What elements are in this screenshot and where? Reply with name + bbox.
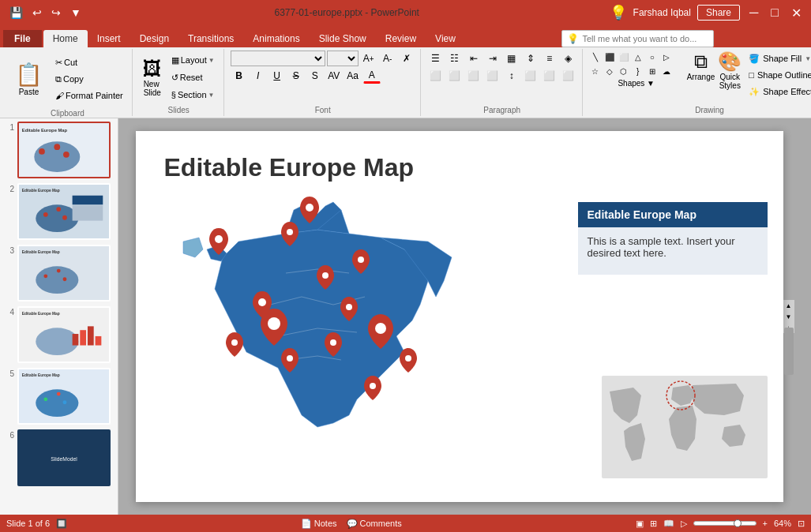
- cut-button[interactable]: ✂ Cut: [51, 54, 127, 70]
- align-center-button[interactable]: ⬜: [446, 68, 464, 84]
- tab-home[interactable]: Home: [43, 30, 88, 47]
- tab-design[interactable]: Design: [130, 30, 178, 47]
- undo-button[interactable]: ↩: [29, 5, 45, 21]
- slide-thumb-3[interactable]: 3 Editable Europe Map: [3, 245, 115, 302]
- shape-item[interactable]: ☆: [589, 65, 602, 77]
- scroll-thumb[interactable]: [784, 328, 794, 375]
- bold-button[interactable]: B: [231, 68, 248, 84]
- change-case-button[interactable]: Aa: [344, 68, 362, 84]
- shape-item[interactable]: ⬜: [618, 51, 630, 63]
- arrange-button[interactable]: ⧉ Arrange: [687, 51, 715, 81]
- shape-item[interactable]: ☁: [660, 65, 673, 77]
- tab-slideshow[interactable]: Slide Show: [310, 30, 376, 47]
- align-left-button[interactable]: ⬜: [427, 68, 445, 84]
- decrease-indent-button[interactable]: ⇤: [465, 51, 482, 66]
- copy-button[interactable]: ⧉ Copy: [51, 71, 127, 87]
- slide-thumb-2[interactable]: 2 Editable Europe Map: [3, 183, 115, 240]
- align-right-button[interactable]: ⬜: [465, 68, 482, 84]
- slide-image-1[interactable]: Editable Europe Map: [17, 122, 111, 178]
- slide-thumb-4[interactable]: 4 Editable Europe Map: [3, 306, 115, 363]
- slide-image-4[interactable]: Editable Europe Map: [17, 306, 111, 363]
- tell-me-search[interactable]: 💡: [561, 30, 714, 47]
- vertical-scrollbar[interactable]: ▲ ▼ ↓: [783, 300, 794, 333]
- fit-window-button[interactable]: ⊡: [798, 519, 805, 529]
- shape-item[interactable]: ⊞: [646, 65, 659, 77]
- reset-button[interactable]: ↺ Reset: [167, 69, 219, 85]
- numbering-button[interactable]: ☷: [446, 51, 464, 66]
- minimize-button[interactable]: ─: [746, 4, 761, 21]
- format-painter-button[interactable]: 🖌 Format Painter: [51, 88, 127, 103]
- redo-button[interactable]: ↪: [48, 5, 64, 21]
- shape-fill-button[interactable]: 🪣 Shape Fill ▼: [745, 51, 811, 66]
- columns2-button[interactable]: ⬜: [522, 68, 539, 84]
- close-button[interactable]: ✕: [788, 4, 805, 22]
- paste-button[interactable]: 📋 Paste: [8, 51, 50, 107]
- comments-button[interactable]: 💬 Comments: [347, 519, 402, 529]
- text-direction-button[interactable]: ⇕: [522, 51, 539, 66]
- justify-button[interactable]: ⬜: [484, 68, 501, 84]
- shape-item[interactable]: ▷: [660, 51, 673, 63]
- accessibility-button[interactable]: 🔲: [56, 519, 67, 529]
- strikethrough-button[interactable]: S: [287, 68, 305, 84]
- zoom-thumb[interactable]: [734, 519, 742, 527]
- shape-item[interactable]: }: [632, 65, 644, 77]
- normal-view-button[interactable]: ▣: [636, 519, 644, 529]
- slide-image-3[interactable]: Editable Europe Map: [17, 245, 111, 302]
- shape-effects-button[interactable]: ✨ Shape Effects ▼: [745, 84, 811, 99]
- smartart-button[interactable]: ◈: [560, 51, 577, 66]
- increase-font-button[interactable]: A+: [360, 51, 377, 66]
- scroll-down-button[interactable]: ▼: [783, 311, 794, 322]
- slide-thumb-1[interactable]: 1 Editable Europe Map: [3, 122, 115, 178]
- slide-thumb-5[interactable]: 5 Editable Europe Map: [3, 368, 115, 425]
- slide-sorter-button[interactable]: ⊞: [650, 519, 657, 529]
- slide-image-6[interactable]: SlideModel: [17, 429, 111, 486]
- quick-styles-button[interactable]: 🎨 QuickStyles: [718, 51, 742, 90]
- char-spacing-button[interactable]: AV: [325, 68, 343, 84]
- bullets-button[interactable]: ☰: [427, 51, 445, 66]
- search-input[interactable]: [582, 34, 708, 43]
- shape-item[interactable]: ╲: [589, 51, 602, 63]
- layout-button[interactable]: ▦ Layout ▼: [167, 52, 219, 68]
- font-size-select[interactable]: [327, 51, 359, 66]
- zoom-slider[interactable]: [693, 521, 757, 526]
- shadow-button[interactable]: S: [306, 68, 324, 84]
- font-color-button[interactable]: A: [363, 68, 381, 84]
- reading-view-button[interactable]: 📖: [663, 519, 674, 529]
- shape-item[interactable]: △: [632, 51, 644, 63]
- tab-view[interactable]: View: [426, 30, 465, 47]
- tab-review[interactable]: Review: [376, 30, 426, 47]
- rt-button[interactable]: ⬜: [541, 68, 558, 84]
- section-button[interactable]: § Section ▼: [167, 87, 219, 103]
- zoom-in-button[interactable]: +: [763, 519, 768, 528]
- scroll-up-button[interactable]: ▲: [783, 300, 794, 311]
- tab-insert[interactable]: Insert: [88, 30, 130, 47]
- underline-button[interactable]: U: [268, 68, 286, 84]
- customize-qat-button[interactable]: ▼: [67, 5, 84, 21]
- font-name-select[interactable]: [231, 51, 325, 66]
- decrease-font-button[interactable]: A-: [379, 51, 396, 66]
- share-button[interactable]: Share: [697, 5, 740, 21]
- slide-thumb-6[interactable]: 6 SlideModel: [3, 429, 115, 486]
- shape-item[interactable]: ⬛: [603, 51, 616, 63]
- save-button[interactable]: 💾: [6, 5, 26, 21]
- columns-button[interactable]: ▦: [503, 51, 520, 66]
- italic-button[interactable]: I: [250, 68, 267, 84]
- increase-indent-button[interactable]: ⇥: [484, 51, 501, 66]
- maximize-button[interactable]: □: [768, 4, 782, 21]
- clear-format-button[interactable]: ✗: [398, 51, 415, 66]
- slide-image-5[interactable]: Editable Europe Map: [17, 368, 111, 425]
- shape-outline-button[interactable]: □ Shape Outline ▼: [745, 67, 811, 83]
- tab-transitions[interactable]: Transitions: [178, 30, 243, 47]
- dir-button[interactable]: ⬜: [560, 68, 577, 84]
- tab-file[interactable]: File: [3, 30, 42, 47]
- tab-animations[interactable]: Animations: [243, 30, 309, 47]
- shapes-label[interactable]: Shapes ▼: [618, 79, 655, 88]
- shape-item[interactable]: ◇: [603, 65, 616, 77]
- new-slide-button[interactable]: 🖼 NewSlide: [139, 54, 166, 101]
- slide-image-2[interactable]: Editable Europe Map: [17, 183, 111, 240]
- line-spacing-button[interactable]: ↕: [503, 68, 520, 84]
- align-text-button[interactable]: ≡: [541, 51, 558, 66]
- notes-button[interactable]: 📄 Notes: [301, 519, 337, 529]
- shape-item[interactable]: ○: [646, 51, 659, 63]
- shape-item[interactable]: ⬡: [618, 65, 630, 77]
